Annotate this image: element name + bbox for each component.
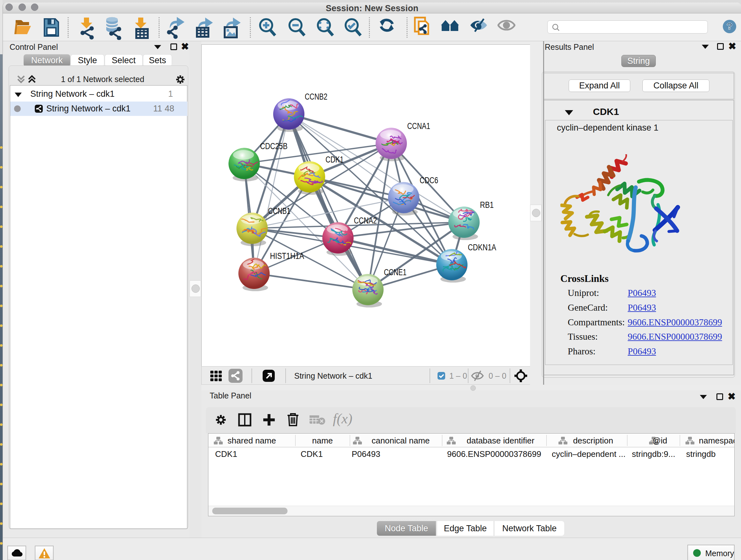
svg-text:CCNE1: CCNE1 <box>384 267 407 277</box>
svg-text:CDC6: CDC6 <box>420 176 438 185</box>
svg-text:CCNB1: CCNB1 <box>268 206 290 216</box>
svg-text:CDK1: CDK1 <box>326 155 344 165</box>
svg-text:CCNA2: CCNA2 <box>354 216 377 226</box>
svg-text:HIST1H1A: HIST1H1A <box>270 251 304 261</box>
svg-text:CCNA1: CCNA1 <box>407 121 430 131</box>
svg-text:CCNB2: CCNB2 <box>305 92 327 102</box>
svg-text:CDC25B: CDC25B <box>260 141 287 151</box>
svg-text:CDKN1A: CDKN1A <box>468 243 496 252</box>
svg-text:RB1: RB1 <box>480 200 494 210</box>
svg-text:?: ? <box>727 21 732 31</box>
